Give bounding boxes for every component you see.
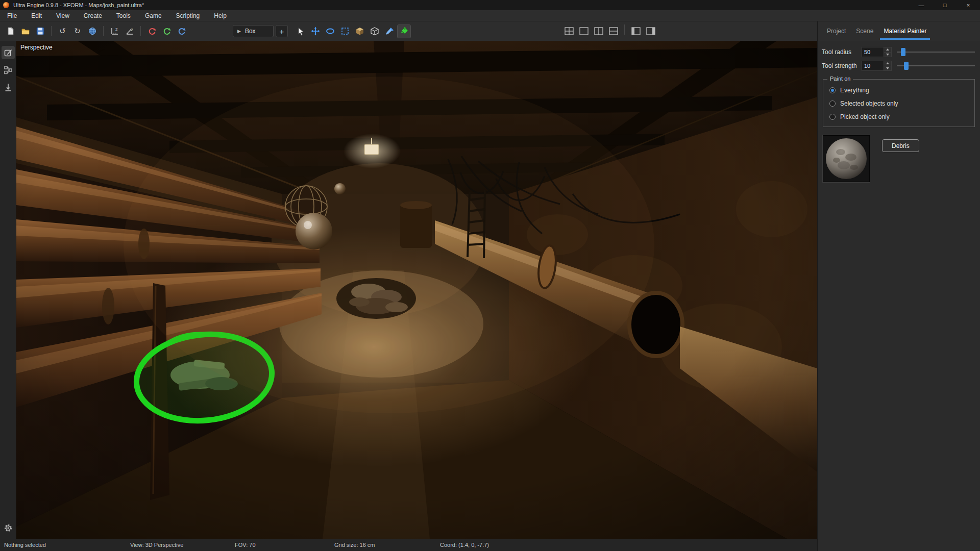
maximize-button[interactable]: □	[933, 0, 957, 10]
toolbar-separator	[140, 26, 141, 36]
rotate-tool-button[interactable]	[323, 24, 337, 38]
layout-single-button[interactable]	[577, 24, 591, 38]
tab-material-painter[interactable]: Material Painter	[878, 21, 932, 41]
select-tool-button[interactable]	[293, 24, 307, 38]
paint-on-option-picked-only[interactable]: Picked object only	[829, 113, 968, 120]
close-button[interactable]: ×	[957, 0, 980, 10]
menu-help[interactable]: Help	[207, 10, 234, 21]
wireframe-cube-icon	[370, 27, 379, 36]
layout-two-columns-button[interactable]	[592, 24, 605, 38]
import-button[interactable]	[2, 81, 15, 94]
viewport-view-label: Perspective	[20, 44, 53, 51]
redo-button[interactable]: ↻	[70, 24, 84, 38]
tool-radius-input[interactable]	[862, 47, 884, 57]
play-icon: ▶	[237, 29, 241, 34]
minimize-button[interactable]: —	[910, 0, 933, 10]
undo-button[interactable]: ↺	[56, 24, 69, 38]
menu-scripting[interactable]: Scripting	[169, 10, 207, 21]
publish-button[interactable]	[85, 24, 99, 38]
material-thumbnail[interactable]	[823, 135, 870, 182]
tool-radius-spin-down[interactable]	[884, 52, 891, 57]
download-icon	[4, 83, 13, 92]
paint-brush-tool-button[interactable]	[382, 24, 396, 38]
panel-left-icon	[631, 27, 641, 35]
status-fov: FOV: 70	[235, 539, 256, 551]
grid-snap-button[interactable]: 2	[108, 24, 121, 38]
menu-game[interactable]: Game	[138, 10, 169, 21]
rotate-tool-icon	[326, 27, 335, 36]
tool-strength-row: Tool strength	[822, 61, 976, 71]
rotate-y-icon	[162, 27, 172, 36]
angle-snap-button[interactable]: 2	[122, 24, 136, 38]
rotate-y-button[interactable]	[160, 24, 174, 38]
tool-radius-row: Tool radius	[822, 47, 976, 57]
layout-two-rows-button[interactable]	[606, 24, 620, 38]
open-button[interactable]	[18, 24, 32, 38]
primitive-dropdown[interactable]: ▶ Box	[233, 25, 274, 37]
paint-on-option-everything[interactable]: Everything	[829, 87, 968, 94]
move-icon	[311, 27, 320, 36]
paint-on-group: Paint on Everything Selected objects onl…	[823, 79, 975, 127]
slider-track	[897, 52, 975, 53]
tab-scene[interactable]: Scene	[851, 21, 878, 41]
hierarchy-icon	[4, 65, 13, 74]
open-folder-icon	[21, 27, 30, 36]
menu-file[interactable]: File	[0, 10, 24, 21]
svg-text:2: 2	[115, 27, 118, 32]
rotate-x-button[interactable]	[145, 24, 159, 38]
viewport-3d-scene	[16, 41, 817, 539]
cursor-icon	[296, 27, 305, 36]
radio-picked-only[interactable]	[829, 114, 836, 120]
status-bar: Nothing selected View: 3D Perspective FO…	[0, 539, 817, 551]
menu-view[interactable]: View	[49, 10, 77, 21]
menu-create[interactable]: Create	[77, 10, 109, 21]
move-tool-button[interactable]	[308, 24, 322, 38]
tool-radius-slider[interactable]	[897, 47, 976, 57]
toggle-left-panel-button[interactable]	[629, 24, 643, 38]
rotate-x-icon	[148, 27, 157, 36]
save-button[interactable]	[33, 24, 47, 38]
radio-everything[interactable]	[829, 87, 836, 93]
tool-radius-slider-handle[interactable]	[901, 48, 905, 56]
edit-mode-button[interactable]	[2, 46, 15, 59]
toolbar: ↺ ↻ 2	[0, 21, 817, 41]
viewport-layout-group	[561, 24, 658, 38]
status-view: View: 3D Perspective	[130, 539, 183, 551]
tab-project[interactable]: Project	[822, 21, 851, 41]
wireframe-brush-button[interactable]	[368, 24, 381, 38]
tool-strength-label: Tool strength	[822, 62, 862, 69]
solid-brush-button[interactable]	[353, 24, 366, 38]
tab-material-painter-label: Material Painter	[884, 28, 926, 35]
material-debris-button[interactable]: Debris	[882, 139, 919, 152]
marquee-icon	[340, 27, 350, 36]
new-file-button[interactable]	[4, 24, 17, 38]
tool-strength-spin-down[interactable]	[884, 66, 891, 71]
tool-strength-input[interactable]	[862, 61, 884, 71]
radio-selected-only[interactable]	[829, 101, 836, 107]
tab-project-label: Project	[827, 28, 846, 35]
paint-brush-icon	[385, 27, 394, 36]
scale-tool-button[interactable]	[338, 24, 352, 38]
add-primitive-button[interactable]: +	[276, 25, 288, 37]
tool-strength-slider[interactable]	[897, 61, 976, 71]
tool-group	[293, 24, 411, 38]
settings-button[interactable]	[2, 521, 15, 535]
layout-quad-button[interactable]	[562, 24, 576, 38]
radio-selected-only-label: Selected objects only	[840, 100, 898, 107]
menu-edit[interactable]: Edit	[24, 10, 49, 21]
rotate-z-icon	[177, 27, 186, 36]
tool-radius-spin-up[interactable]	[884, 47, 891, 52]
rotate-z-button[interactable]	[175, 24, 188, 38]
primitive-dropdown-value: Box	[245, 28, 256, 35]
edit-mode-icon	[4, 48, 13, 57]
viewport-3d[interactable]: Perspective	[16, 41, 817, 539]
tool-strength-spin-up[interactable]	[884, 61, 891, 66]
tool-radius-label: Tool radius	[822, 48, 862, 56]
solid-cube-icon	[355, 27, 364, 36]
material-paint-tool-button[interactable]	[397, 24, 411, 38]
menu-tools[interactable]: Tools	[109, 10, 138, 21]
toggle-right-panel-button[interactable]	[644, 24, 657, 38]
paint-on-option-selected-only[interactable]: Selected objects only	[829, 100, 968, 107]
tool-strength-slider-handle[interactable]	[904, 62, 909, 70]
hierarchy-button[interactable]	[2, 63, 15, 77]
